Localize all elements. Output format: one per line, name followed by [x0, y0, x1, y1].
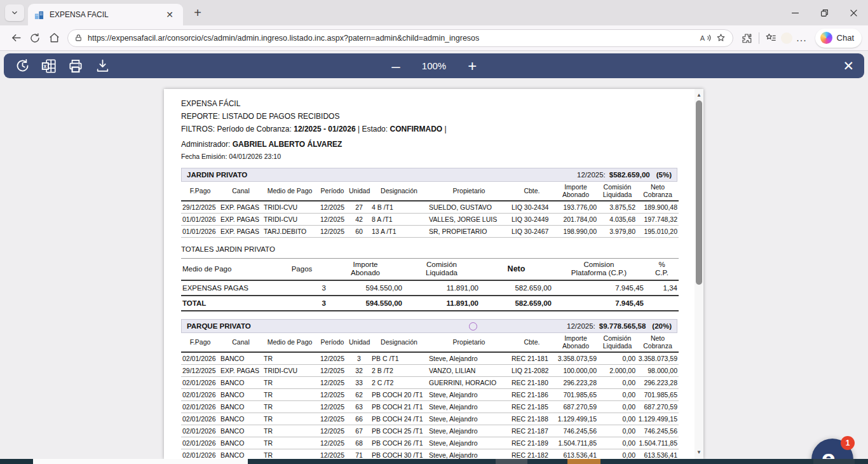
table-cell: 4 B /T1 — [370, 201, 428, 214]
address-bar[interactable]: https://expensafacil.ar/consorcio/cs/adm… — [67, 29, 733, 47]
column-header: F.Pago — [181, 182, 219, 201]
table-row: TOTAL3594.550,0011.891,00582.659,007.945… — [181, 296, 679, 311]
new-tab-button[interactable]: + — [191, 6, 205, 20]
table-cell: GUERRINI, HORACIO — [428, 376, 510, 388]
table-cell: 12/2025 — [317, 352, 348, 365]
table-cell: 12/2025 — [317, 376, 348, 388]
table-cell: Steve, Alejandro — [428, 425, 510, 437]
payments-table-parque: F.PagoCanalMedio de PagoPeríodoUnidadDes… — [181, 333, 679, 459]
table-cell: 1.129.499,15 — [553, 413, 598, 425]
tab-close-icon[interactable]: ✕ — [163, 8, 177, 22]
table-cell: 29/12/2025 — [181, 364, 219, 376]
table-row: 02/01/2026BANCOTR12/20253PB C /T1Steve, … — [181, 352, 679, 365]
table-cell: 11.891,00 — [403, 280, 480, 296]
url-text[interactable]: https://expensafacil.ar/consorcio/cs/adm… — [88, 34, 700, 43]
extensions-icon[interactable] — [737, 29, 756, 48]
back-icon[interactable] — [6, 29, 25, 48]
table-cell: Steve, Alejandro — [428, 388, 510, 400]
table-cell: 7.945,45 — [553, 280, 645, 296]
column-header: ImporteAbonado — [553, 333, 598, 352]
table-cell — [645, 296, 679, 311]
scroll-down-button[interactable]: ▼ — [695, 447, 703, 456]
table-cell: 746.245,56 — [637, 425, 679, 437]
tab-title: EXPENSA FACIL — [50, 10, 163, 19]
table-cell: TOTAL — [181, 296, 276, 311]
section-header-jardin: JARDIN PRIVATO 12/2025:$582.659,00(5%) — [181, 168, 677, 182]
table-cell: REC 21-181 — [510, 352, 553, 365]
table-cell: LIQ 30-2434 — [510, 201, 553, 214]
table-cell: 197.748,32 — [637, 213, 679, 225]
read-aloud-icon[interactable]: A — [700, 33, 712, 43]
column-header: Cbte. — [510, 182, 553, 201]
table-cell: 12/2025 — [317, 413, 348, 425]
column-header: Propietario — [428, 182, 510, 201]
tab-search-button[interactable] — [5, 4, 24, 21]
report-emission-date: Fecha Emisión: 04/01/2026 23:10 — [181, 153, 677, 160]
table-cell: REC 21-186 — [510, 388, 553, 400]
table-cell: 0,00 — [598, 437, 637, 449]
column-header: Neto — [480, 258, 553, 280]
totals-title: TOTALES JARDIN PRIVATO — [181, 245, 677, 253]
section-total: 12/2025:$9.778.565,58(20%) — [567, 322, 672, 330]
column-header: NetoCobranza — [637, 182, 679, 201]
table-row: 02/01/2026BANCOTR12/202567PB COCH 25 /T1… — [181, 425, 679, 437]
column-header: Medio de Pago — [262, 182, 317, 201]
table-cell: TR — [262, 400, 317, 413]
column-header: Designación — [370, 333, 428, 352]
report-filters: FILTROS: Período de Cobranza: 12/2025 - … — [181, 125, 677, 133]
copilot-chat-button[interactable]: Chat — [815, 29, 862, 48]
favorites-bar-icon[interactable] — [762, 29, 781, 48]
scroll-up-button[interactable]: ▲ — [695, 90, 703, 99]
column-header: ImporteAbonado — [553, 182, 598, 201]
export-excel-icon[interactable]: x — [38, 55, 60, 77]
table-cell: 687.270,59 — [553, 400, 598, 413]
table-cell: BANCO — [219, 437, 262, 449]
toolbar-divider — [759, 32, 759, 44]
more-options-icon[interactable]: ... — [792, 29, 811, 48]
copilot-icon — [820, 32, 832, 44]
table-cell: 613.536,41 — [637, 449, 679, 459]
table-cell: BANCO — [219, 388, 262, 400]
restore-button[interactable] — [810, 0, 839, 25]
history-icon[interactable] — [11, 55, 33, 77]
home-icon[interactable] — [44, 29, 64, 48]
table-cell: 27 — [348, 201, 370, 214]
svg-text:x: x — [44, 62, 47, 69]
refresh-icon[interactable] — [25, 29, 44, 48]
table-cell: REC 21-188 — [510, 413, 553, 425]
column-header: Propietario — [428, 333, 510, 352]
table-cell: 198.990,00 — [553, 225, 598, 237]
table-cell: EXP. PAGAS — [219, 364, 262, 376]
totals-table-jardin: Medio de PagoPagosImporteAbonadoComisión… — [181, 258, 679, 311]
table-cell: 02/01/2026 — [181, 352, 219, 365]
table-cell: 3.358.073,59 — [553, 352, 598, 365]
minimize-button[interactable] — [780, 0, 810, 25]
table-cell: TRIDI-CVU — [262, 213, 317, 225]
zoom-out-button[interactable]: – — [386, 58, 405, 74]
table-cell: REC 21-180 — [510, 376, 553, 388]
table-cell: TRIDI-CVU — [262, 201, 317, 214]
scrollbar-thumb[interactable] — [696, 100, 702, 285]
favorite-star-icon[interactable] — [715, 32, 726, 43]
table-cell: 1.504.711,85 — [637, 437, 679, 449]
table-cell: 02/01/2026 — [181, 400, 219, 413]
table-cell: 594.550,00 — [327, 280, 403, 296]
print-icon[interactable] — [65, 55, 86, 77]
extension-icon-faded[interactable] — [781, 32, 792, 44]
download-icon[interactable] — [92, 55, 113, 77]
table-cell: BANCO — [219, 376, 262, 388]
chat-label: Chat — [837, 33, 854, 43]
viewer-close-button[interactable]: ✕ — [843, 58, 854, 74]
page-scrollbar[interactable]: ▲ ▼ — [695, 89, 703, 459]
table-cell: PB COCH 21 /T1 — [370, 400, 428, 413]
table-cell: 296.223,28 — [637, 376, 679, 388]
lock-icon[interactable] — [74, 34, 83, 42]
close-button[interactable] — [839, 0, 868, 25]
table-cell: EXP. PAGAS — [219, 225, 262, 237]
zoom-in-button[interactable]: + — [463, 58, 482, 74]
browser-tab[interactable]: EXPENSA FACIL ✕ — [28, 4, 183, 25]
table-cell: Steve, Alejandro — [428, 400, 510, 413]
table-cell: 296.223,28 — [553, 376, 598, 388]
table-cell: SR, PROPIETARIO — [428, 225, 510, 237]
table-cell: 0,00 — [598, 376, 637, 388]
